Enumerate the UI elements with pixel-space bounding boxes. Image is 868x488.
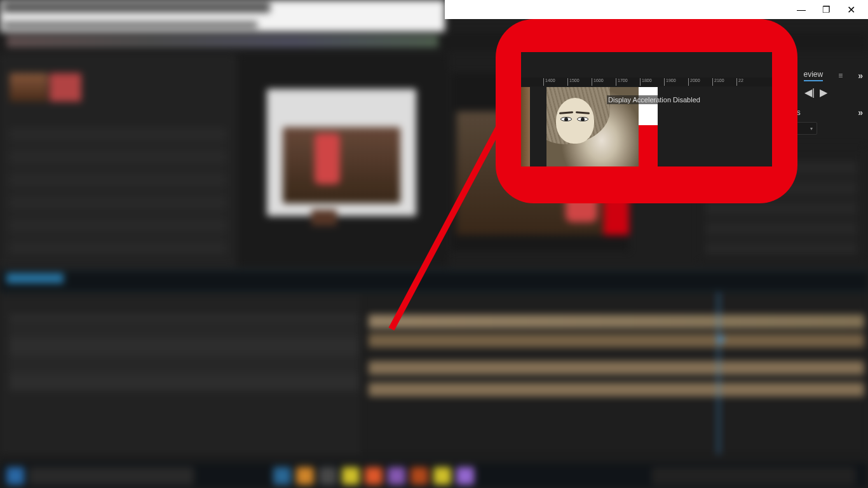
close-button[interactable]: ✕ (846, 5, 855, 14)
playback-prev-button[interactable]: ◀| (804, 86, 815, 95)
search-dropdown-icon[interactable]: ▾ (810, 126, 813, 132)
tab-preview[interactable]: eview (804, 70, 824, 81)
panel-expand-icon[interactable]: » (858, 71, 862, 81)
ruler: 1400 1500 1600 1700 1800 1900 2000 2100 … (521, 78, 772, 86)
annotation-callout: 1400 1500 1600 1700 1800 1900 2000 2100 … (496, 19, 797, 203)
effects-expand-icon[interactable]: » (858, 107, 862, 118)
playback-play-button[interactable]: ▶ (820, 86, 830, 95)
panel-menu-icon[interactable]: ≡ (834, 71, 846, 80)
window-controls: — ❐ ✕ (797, 0, 868, 19)
canvas-red-block (639, 125, 658, 166)
display-acceleration-tooltip: Display Acceleration Disabled (607, 95, 702, 104)
canvas-eye-right (577, 117, 588, 121)
canvas-photo-edge (521, 87, 530, 166)
callout-viewport: 1400 1500 1600 1700 1800 1900 2000 2100 … (521, 52, 772, 166)
canvas-eye-left (560, 117, 572, 121)
canvas-white-block (639, 87, 658, 125)
maximize-button[interactable]: ❐ (822, 5, 831, 14)
minimize-button[interactable]: — (797, 5, 806, 14)
